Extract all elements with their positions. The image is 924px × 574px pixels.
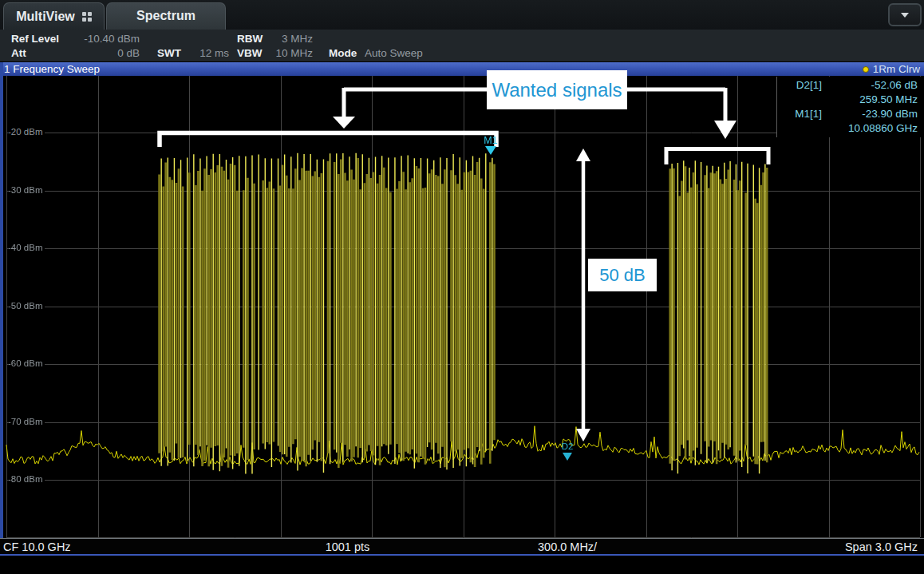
y-axis-label: -70 dBm xyxy=(8,417,45,426)
marker-m1-freq: 10.08860 GHz xyxy=(822,121,918,136)
window-title: 1 Frequency Sweep xyxy=(4,63,100,75)
y-axis-label: -50 dBm xyxy=(8,301,45,311)
marker-table: D2[1] -52.06 dB 259.50 MHz M1[1] -23.90 … xyxy=(776,77,921,137)
sweep-footer-bar: CF 10.0 GHz 1001 pts 300.0 MHz/ Span 3.0… xyxy=(0,538,924,556)
spectrum-analyzer-screen: MultiView Spectrum Ref Level -10.40 dBm … xyxy=(0,0,924,574)
wanted-signals-text: Wanted signals xyxy=(492,79,622,101)
swt-value[interactable]: 12 ms xyxy=(192,47,229,59)
trace-mode-info: 1Rm Clrw xyxy=(863,63,920,75)
span-value[interactable]: Span 3.0 GHz xyxy=(833,540,918,553)
y-axis-label: -60 dBm xyxy=(8,358,45,368)
trace-mode-label: 1Rm Clrw xyxy=(873,63,920,75)
ref-level-value[interactable]: -10.40 dBm xyxy=(72,33,140,45)
mode-value[interactable]: Auto Sweep xyxy=(365,47,423,59)
marker-d2-freq: 259.50 MHz xyxy=(822,93,918,107)
vbw-label: VBW xyxy=(237,47,263,59)
rbw-label: RBW xyxy=(237,33,263,45)
tab-multiview[interactable]: MultiView xyxy=(3,2,105,30)
mode-label: Mode xyxy=(329,47,357,59)
y-axis-label: -80 dBm xyxy=(8,474,45,484)
marker-m1-level: -23.90 dBm xyxy=(822,107,918,121)
ref-level-label: Ref Level xyxy=(11,33,59,45)
y-axis-label: -40 dBm xyxy=(8,243,45,252)
sweep-points-value[interactable]: 1001 pts xyxy=(322,540,373,553)
marker-d2-name: D2[1] xyxy=(777,78,822,93)
result-window-titlebar[interactable]: 1 Frequency Sweep 1Rm Clrw xyxy=(0,62,924,76)
marker-d2-level: -52.06 dB xyxy=(822,78,918,93)
att-value[interactable]: 0 dB xyxy=(72,47,140,59)
window-menu-button[interactable] xyxy=(888,3,922,26)
tab-bar: MultiView Spectrum xyxy=(0,0,924,30)
wanted-signals-callout: Wanted signals xyxy=(487,70,627,109)
channel-settings-bar: Ref Level -10.40 dBm RBW 3 MHz Att 0 dB … xyxy=(0,30,924,61)
y-axis-label: -30 dBm xyxy=(8,185,45,195)
att-label: Att xyxy=(11,47,26,59)
center-frequency-value[interactable]: CF 10.0 GHz xyxy=(3,540,71,553)
delta-db-callout: 50 dB xyxy=(588,259,657,291)
trace-color-dot-icon xyxy=(863,66,869,73)
marker-m1-name: M1[1] xyxy=(777,107,822,121)
vbw-value[interactable]: 10 MHz xyxy=(269,47,313,59)
rbw-value[interactable]: 3 MHz xyxy=(269,33,313,45)
swt-label: SWT xyxy=(157,47,181,59)
tab-spectrum-label: Spectrum xyxy=(136,9,195,23)
chevron-down-icon xyxy=(901,13,909,18)
per-division-value[interactable]: 300.0 MHz/ xyxy=(538,540,597,553)
spectrum-graph[interactable]: -20 dBm -30 dBm -40 dBm -50 dBm -60 dBm … xyxy=(3,76,922,538)
delta-db-text: 50 dB xyxy=(599,265,646,286)
multiview-grid-icon xyxy=(82,12,92,22)
y-axis-label: -20 dBm xyxy=(8,127,45,137)
trace-canvas[interactable] xyxy=(3,76,922,538)
tab-multiview-label: MultiView xyxy=(16,10,75,24)
